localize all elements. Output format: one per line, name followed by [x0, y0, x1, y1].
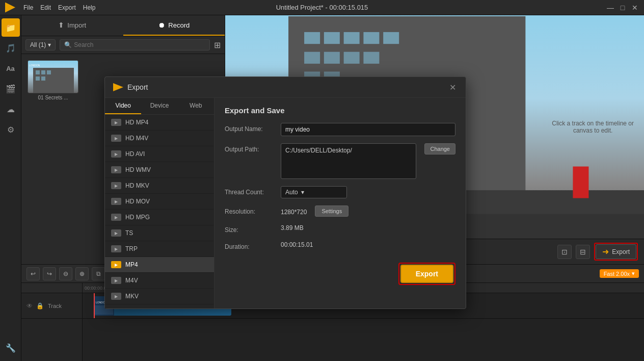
svg-rect-4 — [47, 70, 51, 74]
thread-count-chevron-icon: ▾ — [301, 189, 304, 196]
media-item-label: 01 Secrets ... — [28, 95, 78, 100]
format-item-hd-m4v[interactable]: ▶HD M4V — [105, 131, 214, 146]
resolution-settings-button[interactable]: Settings — [315, 205, 348, 217]
app-logo — [5, 3, 15, 13]
dialog-header: Export ✕ — [105, 77, 466, 98]
media-search-box[interactable]: 🔍 — [60, 39, 210, 50]
format-list: Video Device Web ▶HD MP4 ▶HD M4V ▶HD AVI… — [105, 98, 214, 308]
split-button[interactable]: ⧉ — [92, 267, 105, 280]
format-tab-video[interactable]: Video — [105, 98, 141, 114]
track-name-label: Track — [48, 303, 62, 309]
duration-row: Duration: 00:00:15.01 — [225, 241, 455, 250]
format-item-hd-wmv[interactable]: ▶HD WMV — [105, 162, 214, 178]
menu-help[interactable]: Help — [83, 4, 96, 11]
sidebar-icon-tools[interactable]: 🔧 — [2, 339, 20, 357]
format-tab-web[interactable]: Web — [178, 98, 214, 114]
thumbnail-placeholder: LONDON — [28, 61, 78, 93]
section-title: Export and Save — [225, 106, 455, 115]
main-export-button[interactable]: ➜ Export — [596, 244, 636, 259]
window-controls: — □ ✕ — [606, 4, 639, 12]
format-tab-device[interactable]: Device — [141, 98, 177, 114]
format-icon: ▶ — [111, 261, 121, 268]
size-field: 3.89 MB — [281, 224, 455, 231]
resolution-row: Resolution: 1280*720 Settings — [225, 205, 455, 217]
zoom-in-button[interactable]: ⊕ — [75, 267, 89, 280]
menu-edit[interactable]: Edit — [40, 4, 51, 11]
undo-button[interactable]: ↩ — [26, 267, 40, 280]
thread-count-label: Thread Count: — [225, 186, 281, 196]
sidebar-icon-settings[interactable]: ⚙ — [2, 120, 20, 139]
output-path-field: C:/Users/DELL/Desktop/ Change — [281, 143, 455, 179]
sidebar-icon-audio[interactable]: 🎵 — [2, 39, 20, 57]
format-icon: ▶ — [111, 293, 121, 300]
preview-aspect-btn[interactable]: ⊡ — [557, 245, 572, 259]
format-item-hd-avi[interactable]: ▶HD AVI — [105, 146, 214, 162]
format-item-trp[interactable]: ▶TRP — [105, 241, 214, 257]
search-input[interactable] — [74, 41, 205, 48]
media-filter[interactable]: All (1) ▾ — [25, 39, 56, 50]
format-item-hd-mpg[interactable]: ▶HD MPG — [105, 210, 214, 225]
format-item-ts[interactable]: ▶TS — [105, 225, 214, 241]
sidebar-icon-effects[interactable]: ☁ — [2, 100, 20, 118]
sidebar-icon-media[interactable]: 📁 — [2, 18, 20, 37]
menubar: File Edit Export Help — [23, 4, 95, 11]
output-name-input[interactable] — [281, 123, 455, 136]
title-bar: File Edit Export Help Untitled Project* … — [0, 0, 644, 15]
duration-value: 00:00:15.01 — [281, 239, 313, 248]
media-item[interactable]: LONDON 01 Secrets ... — [28, 60, 78, 100]
speed-control[interactable]: Fast 2.00x ▾ — [600, 269, 639, 278]
svg-rect-6 — [41, 76, 45, 81]
filter-label: All (1) — [30, 41, 46, 48]
svg-rect-10 — [304, 32, 320, 44]
zoom-out-button[interactable]: ⊖ — [59, 267, 72, 280]
format-label: HD MP4 — [125, 119, 148, 126]
track-lock-icon[interactable]: 🔒 — [36, 302, 44, 310]
track-labels: 👁 🔒 Track — [21, 283, 83, 361]
sidebar-icon-transitions[interactable]: 🎬 — [2, 80, 20, 98]
format-item-mp4[interactable]: ▶MP4 — [105, 257, 214, 273]
dialog-export-button[interactable]: Export — [400, 265, 453, 283]
menu-export[interactable]: Export — [58, 4, 76, 11]
format-label: TS — [125, 229, 133, 237]
menu-file[interactable]: File — [23, 4, 33, 11]
format-icon: ▶ — [111, 277, 121, 284]
format-item-mov[interactable]: ▶MOV — [105, 304, 214, 308]
svg-rect-13 — [363, 32, 379, 44]
format-icon: ▶ — [111, 214, 121, 221]
tab-record[interactable]: ⏺ Record — [123, 15, 225, 36]
track-eye-icon[interactable]: 👁 — [25, 302, 34, 310]
duration-label: Duration: — [225, 241, 281, 250]
format-item-mkv[interactable]: ▶MKV — [105, 289, 214, 304]
search-icon: 🔍 — [64, 41, 72, 48]
sidebar-icon-text[interactable]: Aa — [2, 59, 20, 78]
format-item-hd-mp4[interactable]: ▶HD MP4 — [105, 115, 214, 131]
ruler-spacer — [21, 283, 82, 293]
format-item-hd-mkv[interactable]: ▶HD MKV — [105, 178, 214, 194]
grid-toggle-icon[interactable]: ⊞ — [214, 40, 221, 50]
window-title: Untitled Project* - 00:00:15.015 — [276, 4, 368, 11]
dialog-logo-icon — [113, 83, 123, 91]
export-btn-label: Export — [612, 248, 630, 255]
svg-rect-15 — [304, 52, 320, 64]
preview-fullscreen-btn[interactable]: ⊟ — [576, 245, 590, 259]
format-item-m4v[interactable]: ▶M4V — [105, 273, 214, 289]
thread-count-value: Auto — [285, 189, 298, 196]
tab-import[interactable]: ⬆ Import — [21, 15, 123, 36]
maximize-button[interactable]: □ — [619, 4, 627, 12]
format-label: TRP — [125, 245, 138, 252]
sidebar: 📁 🎵 Aa 🎬 ☁ ⚙ 🔧 — [0, 15, 21, 361]
record-tab-label: Record — [168, 21, 190, 29]
svg-rect-18 — [363, 52, 379, 64]
format-label: HD MOV — [125, 198, 150, 205]
close-button[interactable]: ✕ — [631, 4, 639, 12]
change-path-button[interactable]: Change — [424, 143, 455, 154]
redo-button[interactable]: ↪ — [43, 267, 56, 280]
svg-rect-23 — [573, 167, 588, 198]
format-item-hd-mov[interactable]: ▶HD MOV — [105, 194, 214, 210]
svg-rect-17 — [344, 52, 360, 64]
thread-count-select[interactable]: Auto ▾ — [281, 186, 347, 198]
format-label: HD MPG — [125, 214, 150, 221]
minimize-button[interactable]: — — [606, 4, 614, 12]
format-label: HD AVI — [125, 150, 145, 158]
dialog-close-button[interactable]: ✕ — [447, 82, 458, 92]
